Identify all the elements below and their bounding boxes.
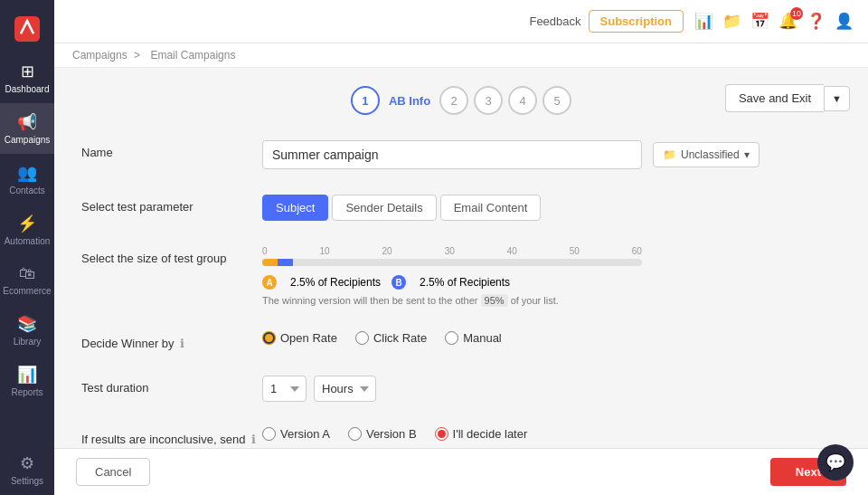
step-1[interactable]: 1 xyxy=(351,86,380,115)
version-b-radio[interactable] xyxy=(348,427,362,441)
manual-label: Manual xyxy=(463,331,502,345)
inconclusive-info-icon: ℹ xyxy=(251,433,256,446)
open-rate-option[interactable]: Open Rate xyxy=(262,331,337,345)
slider-section: 0 10 20 30 40 50 60 A 2.5% of Reci xyxy=(262,246,642,306)
recipient-b-label: 2.5% of Recipients xyxy=(420,276,510,289)
inconclusive-label: If results are inconclusive, send ℹ xyxy=(81,427,262,446)
duration-unit-select[interactable]: HoursDays xyxy=(314,376,376,402)
click-rate-label: Click Rate xyxy=(373,331,427,345)
name-input[interactable] xyxy=(262,140,642,169)
step-2[interactable]: 2 xyxy=(439,86,468,115)
decide-later-label: I'll decide later xyxy=(453,427,528,441)
feedback-link[interactable]: Feedback xyxy=(529,14,580,28)
recipient-a-label: 2.5% of Recipients xyxy=(290,276,381,289)
app-logo xyxy=(0,9,54,52)
breadcrumb-separator: > xyxy=(134,49,140,62)
sidebar-label: Dashboard xyxy=(5,84,50,94)
open-rate-radio[interactable] xyxy=(262,331,276,345)
step-3[interactable]: 3 xyxy=(474,86,503,115)
topbar: Feedback Subscription 📊 📁 📅 🔔 10 ❓ 👤 xyxy=(54,0,868,43)
version-a-option[interactable]: Version A xyxy=(262,427,330,441)
automation-icon: ⚡ xyxy=(17,214,37,233)
click-rate-option[interactable]: Click Rate xyxy=(355,331,427,345)
param-buttons: Subject Sender Details Email Content xyxy=(262,195,841,221)
step-5[interactable]: 5 xyxy=(542,86,571,115)
folder-chevron: ▾ xyxy=(744,148,750,161)
slider-track[interactable] xyxy=(262,259,642,266)
notification-badge: 10 xyxy=(790,7,803,20)
winner-options: Open Rate Click Rate Manual xyxy=(262,331,841,345)
manual-radio[interactable] xyxy=(445,331,458,345)
sidebar-item-ecommerce[interactable]: 🛍 Ecommerce xyxy=(0,255,54,305)
breadcrumb: Campaigns > Email Campaigns xyxy=(54,43,868,68)
breadcrumb-current: Email Campaigns xyxy=(150,49,235,62)
contacts-icon: 👥 xyxy=(17,163,37,183)
duration-value-select[interactable]: 12361224 xyxy=(262,376,307,402)
slider-fill-b xyxy=(278,259,293,266)
sidebar-label: Automation xyxy=(5,236,51,246)
folder-selector[interactable]: 📁 Unclassified ▾ xyxy=(653,142,760,167)
test-param-label: Select test parameter xyxy=(81,195,262,214)
size-row: Select the size of test group 0 10 20 30… xyxy=(81,246,841,306)
sidebar-label: Settings xyxy=(11,476,43,486)
footer: Cancel Next xyxy=(54,448,868,495)
save-exit-wrap: Save and Exit ▼ xyxy=(725,84,850,112)
content-area: Save and Exit ▼ 1 AB Info 2 3 4 5 Name xyxy=(54,68,868,495)
recipients-row: A 2.5% of Recipients B 2.5% of Recipient… xyxy=(262,275,642,290)
param-content-button[interactable]: Email Content xyxy=(440,195,542,221)
save-exit-dropdown-arrow[interactable]: ▼ xyxy=(824,86,850,111)
sidebar-item-automation[interactable]: ⚡ Automation xyxy=(0,205,54,255)
chat-bubble[interactable]: 💬 xyxy=(817,444,854,481)
ecommerce-icon: 🛍 xyxy=(19,264,35,283)
step-4[interactable]: 4 xyxy=(508,86,537,115)
param-subject-button[interactable]: Subject xyxy=(262,195,328,221)
param-sender-button[interactable]: Sender Details xyxy=(332,195,436,221)
winner-content: Open Rate Click Rate Manual xyxy=(262,331,841,345)
badge-b: B xyxy=(392,275,406,290)
reports-icon: 📊 xyxy=(17,365,37,385)
sidebar-item-dashboard[interactable]: ⊞ Dashboard xyxy=(0,52,54,103)
sidebar-item-campaigns[interactable]: 📢 Campaigns xyxy=(0,103,54,154)
sidebar-item-settings[interactable]: ⚙ Settings xyxy=(0,444,54,495)
version-b-option[interactable]: Version B xyxy=(348,427,417,441)
decide-later-radio[interactable] xyxy=(435,427,448,441)
test-param-row: Select test parameter Subject Sender Det… xyxy=(81,195,841,221)
sidebar-item-contacts[interactable]: 👥 Contacts xyxy=(0,154,54,205)
badge-a: A xyxy=(262,275,277,290)
inconclusive-row: If results are inconclusive, send ℹ Vers… xyxy=(81,427,841,446)
help-icon[interactable]: ❓ xyxy=(807,12,826,31)
click-rate-radio[interactable] xyxy=(355,331,369,345)
inconclusive-options: Version A Version B I'll decide later xyxy=(262,427,841,441)
settings-icon: ⚙ xyxy=(20,453,34,473)
sidebar-item-reports[interactable]: 📊 Reports xyxy=(0,356,54,406)
slider-fill-a xyxy=(262,259,278,266)
avatar-icon[interactable]: 👤 xyxy=(835,12,854,31)
folder-icon: 📁 xyxy=(663,148,676,161)
save-exit-button[interactable]: Save and Exit xyxy=(725,84,824,112)
manual-option[interactable]: Manual xyxy=(445,331,502,345)
notifications-wrap[interactable]: 🔔 10 xyxy=(778,12,797,31)
version-a-label: Version A xyxy=(280,427,330,441)
step-1-label: AB Info xyxy=(389,94,430,108)
duration-row: Test duration 12361224 HoursDays xyxy=(81,376,841,402)
sidebar-label: Library xyxy=(14,337,42,347)
subscription-button[interactable]: Subscription xyxy=(589,10,684,33)
sidebar-label: Ecommerce xyxy=(3,286,51,296)
duration-label: Test duration xyxy=(81,376,262,395)
decide-later-option[interactable]: I'll decide later xyxy=(435,427,528,441)
open-rate-label: Open Rate xyxy=(280,331,337,345)
sidebar-item-library[interactable]: 📚 Library xyxy=(0,305,54,356)
inconclusive-content: Version A Version B I'll decide later xyxy=(262,427,841,441)
breadcrumb-root[interactable]: Campaigns xyxy=(72,49,127,62)
library-icon: 📚 xyxy=(17,314,37,334)
sidebar-label: Contacts xyxy=(9,186,44,195)
version-b-label: Version B xyxy=(366,427,417,441)
reports-topbar-icon[interactable]: 📊 xyxy=(694,12,713,31)
calendar-topbar-icon[interactable]: 📅 xyxy=(750,12,769,31)
folder-topbar-icon[interactable]: 📁 xyxy=(722,12,741,31)
campaigns-icon: 📢 xyxy=(17,112,37,132)
cancel-button[interactable]: Cancel xyxy=(76,458,150,486)
test-param-content: Subject Sender Details Email Content xyxy=(262,195,841,221)
topbar-icons: 📊 📁 📅 🔔 10 ❓ 👤 xyxy=(694,12,854,31)
version-a-radio[interactable] xyxy=(262,427,276,441)
